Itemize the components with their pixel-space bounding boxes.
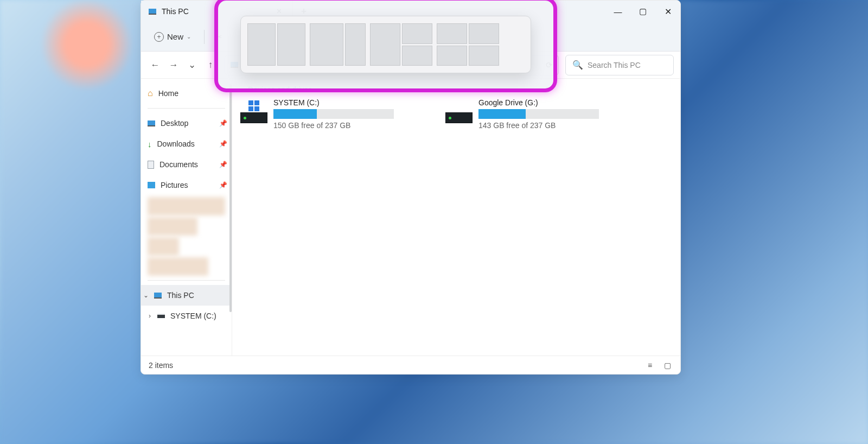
home-icon: ⌂ (148, 88, 153, 98)
this-pc-icon (154, 293, 162, 299)
sidebar-label-this-pc: This PC (167, 291, 194, 300)
snap-layout-quad[interactable] (437, 23, 499, 66)
drive-usage-fill (478, 109, 526, 119)
sidebar-separator (148, 108, 225, 109)
snap-layouts-highlight (214, 0, 557, 92)
pin-icon: 📌 (219, 181, 227, 189)
download-icon: ↓ (148, 139, 152, 149)
search-input[interactable] (588, 61, 667, 69)
drive-name: SYSTEM (C:) (273, 98, 419, 107)
content-pane: ⌄ Devices and drives SYSTEM (C:) 150 GB … (232, 79, 680, 356)
new-button[interactable]: + New ⌄ (150, 29, 195, 45)
drive-usage-fill (273, 109, 317, 119)
pin-icon: 📌 (219, 119, 227, 127)
forward-button[interactable]: → (166, 58, 181, 73)
drive-usage-bar (273, 109, 394, 119)
sidebar-item-desktop[interactable]: Desktop 📌 (141, 113, 232, 134)
status-items-count: 2 items (149, 361, 173, 370)
drive-icon-system (240, 98, 268, 130)
pin-icon: 📌 (219, 140, 227, 148)
sidebar-item-system-drive[interactable]: › SYSTEM (C:) (141, 306, 232, 326)
drive-icon-google (445, 98, 473, 130)
sidebar-label-documents: Documents (159, 160, 198, 169)
desktop-icon (148, 120, 155, 126)
sidebar-item-redacted[interactable] (148, 237, 179, 256)
sidebar-item-redacted[interactable] (148, 257, 208, 276)
sidebar-item-pictures[interactable]: Pictures 📌 (141, 175, 232, 195)
pictures-icon (148, 182, 155, 188)
drives-container: SYSTEM (C:) 150 GB free of 237 GB Google… (240, 98, 673, 130)
hdd-icon (445, 112, 473, 123)
drive-item-system[interactable]: SYSTEM (C:) 150 GB free of 237 GB (240, 98, 419, 130)
snap-layout-two-thirds[interactable] (310, 23, 366, 66)
windows-logo-icon (248, 100, 259, 111)
icons-view-button[interactable]: ▢ (662, 360, 673, 370)
this-pc-icon (149, 9, 156, 15)
sidebar-label-system: SYSTEM (C:) (170, 312, 216, 320)
sidebar-scrollbar[interactable] (229, 84, 232, 312)
sidebar-item-redacted[interactable] (148, 217, 197, 236)
close-window-button[interactable]: ✕ (655, 1, 680, 22)
drive-free-text: 150 GB free of 237 GB (273, 121, 419, 130)
drive-icon (157, 314, 165, 318)
snap-layout-half-half[interactable] (247, 23, 305, 66)
sidebar-label-desktop: Desktop (161, 119, 188, 128)
tab-title: This PC (162, 7, 189, 16)
sidebar-item-this-pc[interactable]: ⌄ This PC (141, 285, 232, 306)
navigation-sidebar: ⌂ Home Desktop 📌 ↓ Downloads 📌 Documents… (141, 79, 232, 356)
snap-layouts-flyout (240, 16, 531, 73)
sidebar-label-pictures: Pictures (161, 181, 188, 189)
drive-name: Google Drive (G:) (478, 98, 624, 107)
sidebar-item-redacted[interactable] (148, 197, 225, 215)
new-button-label: New (167, 32, 183, 41)
chevron-down-icon: ⌄ (187, 34, 191, 40)
sidebar-label-home: Home (158, 89, 178, 98)
chevron-right-icon[interactable]: › (149, 312, 151, 320)
search-icon: 🔍 (572, 60, 583, 70)
sidebar-item-downloads[interactable]: ↓ Downloads 📌 (141, 134, 232, 154)
plus-circle-icon: + (154, 32, 164, 42)
back-button[interactable]: ← (148, 58, 163, 73)
sidebar-item-documents[interactable]: Documents 📌 (141, 154, 232, 175)
details-view-button[interactable]: ≡ (644, 360, 655, 370)
sidebar-separator (148, 280, 225, 281)
drive-usage-bar (478, 109, 599, 119)
sidebar-label-downloads: Downloads (157, 139, 195, 148)
snap-layout-left-stackright[interactable] (370, 23, 432, 66)
search-box[interactable]: 🔍 (565, 55, 674, 75)
chevron-down-icon[interactable]: ⌄ (143, 291, 149, 299)
document-icon (148, 161, 154, 169)
status-bar: 2 items ≡ ▢ (141, 356, 680, 374)
recent-locations-button[interactable]: ⌄ (184, 58, 200, 73)
minimize-button[interactable]: — (605, 1, 630, 22)
toolbar-separator (204, 30, 205, 44)
pin-icon: 📌 (219, 161, 227, 168)
drive-item-google[interactable]: Google Drive (G:) 143 GB free of 237 GB (445, 98, 624, 130)
drive-free-text: 143 GB free of 237 GB (478, 121, 624, 130)
hdd-icon (240, 112, 267, 123)
maximize-button[interactable]: ▢ (630, 1, 655, 22)
